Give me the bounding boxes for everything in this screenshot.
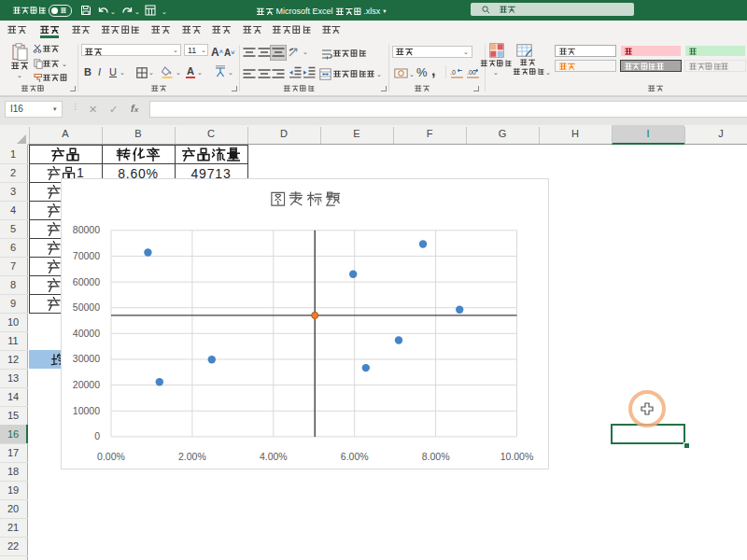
svg-text:8.00%: 8.00% <box>422 451 450 462</box>
svg-text:80000: 80000 <box>73 224 100 235</box>
svg-text:30000: 30000 <box>73 353 100 364</box>
svg-text:40000: 40000 <box>73 327 100 338</box>
svg-text:6.00%: 6.00% <box>341 451 369 462</box>
svg-text:.0: .0 <box>450 69 456 76</box>
svg-text:0.00%: 0.00% <box>97 451 125 462</box>
svg-text:70000: 70000 <box>73 249 100 260</box>
svg-text:4.00%: 4.00% <box>260 451 288 462</box>
svg-text:2.00%: 2.00% <box>178 451 206 462</box>
svg-text:10000: 10000 <box>73 404 100 415</box>
svg-text:60000: 60000 <box>73 275 100 287</box>
svg-text:10.00%: 10.00% <box>500 451 534 462</box>
svg-text:0: 0 <box>94 430 100 441</box>
svg-text:50000: 50000 <box>73 301 100 313</box>
svg-text:20000: 20000 <box>73 379 100 390</box>
